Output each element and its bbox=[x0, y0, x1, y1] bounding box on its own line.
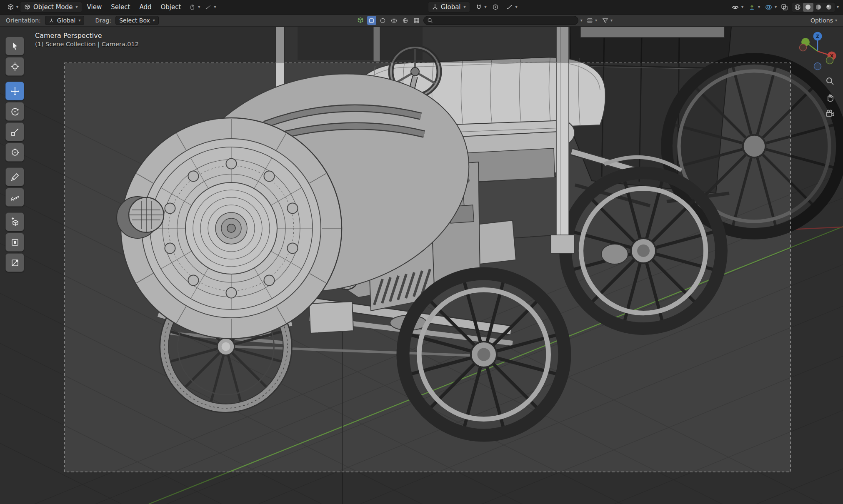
snap-magnet-icon bbox=[473, 2, 484, 12]
viewport-header: ▾ Object Mode ▾ View Select Add Object ▾ bbox=[0, 0, 843, 14]
toolbar bbox=[5, 37, 24, 276]
header-icon-dropdown-a[interactable]: ▾ bbox=[186, 2, 201, 12]
curve-icon bbox=[203, 2, 213, 12]
menu-object[interactable]: Object bbox=[157, 2, 185, 12]
menu-select[interactable]: Select bbox=[107, 2, 134, 12]
options-label: Options bbox=[810, 17, 833, 24]
gizmo-negative-z-ball[interactable] bbox=[814, 63, 821, 70]
3d-viewport[interactable]: Camera Perspective (1) Scene Collection … bbox=[0, 27, 843, 504]
blender-window: ▾ Object Mode ▾ View Select Add Object ▾ bbox=[0, 0, 843, 504]
shading-wireframe-button[interactable] bbox=[793, 3, 803, 12]
proportional-editing-icon[interactable] bbox=[490, 2, 501, 12]
drag-dropdown[interactable]: Select Box ▾ bbox=[115, 16, 159, 25]
pan-hand-button[interactable] bbox=[825, 92, 835, 103]
header-right-cluster: ▾ ▾ ▾ bbox=[729, 2, 839, 12]
chevron-down-icon: ▾ bbox=[464, 5, 466, 9]
orientation-dropdown[interactable]: Global ▾ bbox=[45, 16, 85, 25]
chevron-down-icon: ▾ bbox=[76, 5, 78, 9]
filter-grid-toggle[interactable] bbox=[412, 16, 421, 25]
menu-view[interactable]: View bbox=[83, 2, 106, 12]
object-types-visibility-dropdown[interactable]: ▾ bbox=[729, 2, 744, 12]
toggle-xray-button[interactable] bbox=[779, 2, 790, 12]
filter-select-region-toggle[interactable] bbox=[367, 16, 376, 25]
gizmo-negative-x-ball[interactable] bbox=[800, 44, 807, 51]
filter-cube-toggle[interactable] bbox=[356, 16, 365, 25]
show-overlays-dropdown[interactable]: ▾ bbox=[763, 2, 778, 12]
navigation-gizmo[interactable]: Z X bbox=[797, 31, 838, 72]
object-mode-cube-icon bbox=[24, 4, 30, 10]
scale-tool[interactable] bbox=[5, 122, 24, 141]
shading-material-button[interactable] bbox=[813, 3, 824, 12]
snapping-dropdown[interactable]: ▾ bbox=[473, 2, 488, 12]
filter-circle-toggle[interactable] bbox=[378, 16, 388, 25]
extra-tool-2[interactable] bbox=[5, 253, 24, 272]
chevron-down-icon: ▾ bbox=[214, 5, 216, 9]
gizmo-icon bbox=[747, 2, 758, 12]
chevron-down-icon: ▾ bbox=[515, 5, 518, 9]
chevron-down-icon: ▾ bbox=[775, 5, 777, 9]
annotate-tool[interactable] bbox=[5, 167, 24, 186]
orientation-axes-icon bbox=[49, 18, 54, 23]
menu-add[interactable]: Add bbox=[135, 2, 155, 12]
shading-mode-segment bbox=[792, 2, 835, 12]
overlays-icon bbox=[763, 2, 774, 12]
show-gizmo-dropdown[interactable]: ▾ bbox=[746, 2, 761, 12]
shading-solid-button[interactable] bbox=[803, 3, 813, 12]
header-center-cluster: Global ▾ ▾ ▾ bbox=[428, 2, 518, 12]
camera-view-button[interactable] bbox=[825, 108, 835, 119]
chevron-down-icon: ▾ bbox=[610, 18, 613, 22]
filter-sphere-toggle[interactable] bbox=[401, 16, 410, 25]
shading-rendered-button[interactable] bbox=[824, 3, 834, 12]
falloff-curve-icon bbox=[504, 2, 515, 12]
chevron-down-icon: ▾ bbox=[153, 18, 155, 22]
options-dropdown[interactable]: Options ▾ bbox=[810, 17, 837, 24]
tweak-icon bbox=[187, 2, 198, 12]
chevron-down-icon: ▾ bbox=[16, 5, 18, 9]
transform-tool[interactable] bbox=[5, 143, 24, 162]
search-input[interactable] bbox=[435, 17, 575, 24]
cursor-tool[interactable] bbox=[5, 57, 24, 76]
tool-settings-bar: Orientation: Global ▾ Drag: Select Box ▾ bbox=[0, 14, 843, 27]
filter-funnel-dropdown[interactable]: ▾ bbox=[600, 16, 613, 25]
collapse-chevron[interactable]: ▾ bbox=[580, 18, 583, 22]
viewport-nav-buttons bbox=[825, 76, 835, 119]
chevron-down-icon: ▾ bbox=[741, 5, 743, 9]
display-mode-dropdown[interactable]: ▾ bbox=[585, 16, 598, 25]
tool-settings-right: Options ▾ bbox=[810, 17, 837, 24]
header-icon-dropdown-b[interactable]: ▾ bbox=[202, 2, 217, 12]
visibility-eye-icon bbox=[730, 2, 741, 12]
chevron-down-icon: ▾ bbox=[595, 18, 597, 22]
search-box bbox=[423, 16, 578, 25]
funnel-icon bbox=[601, 16, 610, 25]
chevron-down-icon: ▾ bbox=[758, 5, 760, 9]
rotate-tool[interactable] bbox=[5, 102, 24, 121]
transform-orientation-dropdown[interactable]: Global ▾ bbox=[428, 2, 470, 12]
falloff-dropdown[interactable]: ▾ bbox=[503, 2, 518, 12]
brake-drum bbox=[601, 244, 628, 264]
measure-tool[interactable] bbox=[5, 188, 24, 207]
gizmo-negative-y-ball[interactable] bbox=[826, 57, 833, 64]
add-cube-tool[interactable] bbox=[5, 212, 24, 231]
gizmo-z-label: Z bbox=[816, 34, 819, 39]
orientation-label: Orientation: bbox=[6, 17, 41, 24]
editor-type-icon bbox=[5, 2, 16, 12]
move-tool[interactable] bbox=[5, 82, 24, 100]
scene-canvas[interactable] bbox=[0, 27, 843, 504]
select-box-tool[interactable] bbox=[5, 37, 24, 55]
object-mode-dropdown[interactable]: Object Mode ▾ bbox=[20, 2, 82, 12]
shading-options-chevron[interactable]: ▾ bbox=[837, 5, 839, 9]
orientation-value: Global bbox=[57, 17, 76, 24]
editor-type-dropdown[interactable]: ▾ bbox=[4, 2, 19, 12]
filter-overlap-circles-toggle[interactable] bbox=[390, 16, 399, 25]
chevron-down-icon: ▾ bbox=[485, 5, 487, 9]
chevron-down-icon: ▾ bbox=[835, 18, 837, 22]
display-mode-icon bbox=[585, 16, 595, 25]
drag-value: Select Box bbox=[119, 17, 150, 24]
zoom-button[interactable] bbox=[825, 76, 835, 87]
chevron-down-icon: ▾ bbox=[78, 18, 80, 22]
extra-tool-1[interactable] bbox=[5, 233, 24, 252]
drag-label: Drag: bbox=[95, 17, 111, 24]
filter-cluster: ▾ ▾ ▾ bbox=[356, 16, 613, 25]
transform-orientation-icon bbox=[432, 4, 438, 10]
header-left-cluster: ▾ Object Mode ▾ View Select Add Object ▾ bbox=[4, 2, 217, 12]
